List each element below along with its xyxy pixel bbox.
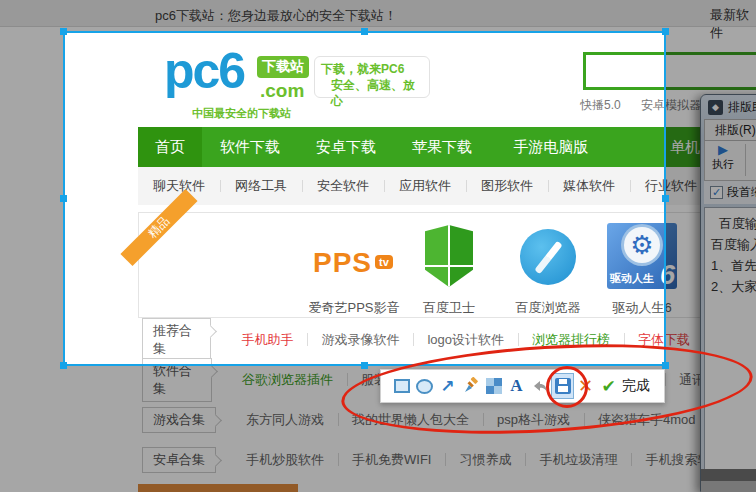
tag-link[interactable]: psp格斗游戏 <box>483 411 584 429</box>
arrow-tool-button[interactable]: ↗ <box>436 373 459 399</box>
window-bottom-strip <box>701 469 756 481</box>
text-line: 2、大家可 <box>711 276 756 297</box>
save-icon <box>555 378 571 394</box>
tag-link[interactable]: 我的世界懒人包大全 <box>338 411 483 429</box>
tag-link[interactable]: 手机炒股软件 <box>232 451 338 469</box>
window-toolbar: ▶ 执行 ▢ 新建 <box>704 141 756 181</box>
undo-button[interactable] <box>528 373 551 399</box>
cancel-x-icon: ✕ <box>578 375 593 397</box>
topbar-link-latest-software[interactable]: 最新软件 <box>710 6 756 42</box>
text-icon: A <box>510 376 522 396</box>
new-button[interactable]: ▢ 新建 <box>750 141 756 180</box>
window-title: 排版助手 <box>728 99 756 116</box>
rectangle-tool-button[interactable] <box>390 373 413 399</box>
ellipse-icon <box>416 379 433 394</box>
selection-handle-e[interactable] <box>662 195 669 202</box>
ellipse-tool-button[interactable] <box>413 373 436 399</box>
rectangle-icon <box>394 379 410 393</box>
text-line: 百度输入 <box>711 234 756 255</box>
new-doc-icon: ▢ <box>750 143 756 157</box>
selection-handle-s[interactable] <box>361 362 368 369</box>
selection-handle-nw[interactable] <box>60 28 67 35</box>
selection-handle-sw[interactable] <box>60 362 67 369</box>
text-tool-button[interactable]: A <box>505 373 528 399</box>
selection-handle-se[interactable] <box>662 362 669 369</box>
menu-item-typeset[interactable]: 排版(R) <box>705 120 756 140</box>
checkbox-label: 段首缩进 <box>727 184 756 201</box>
window-title-bar[interactable]: ◆ 排版助手 <box>701 95 756 119</box>
mosaic-icon <box>486 378 502 394</box>
indent-option-row: ✓ 段首缩进 <box>704 181 756 204</box>
tag-link[interactable]: 侠盗猎车手4mod <box>584 411 710 429</box>
typesetting-assistant-window: ◆ 排版助手 排版(R) ▶ 执行 ▢ 新建 ✓ 段首缩进 百度输入 百度输入 … <box>700 94 756 492</box>
capture-selection-region[interactable] <box>63 31 666 366</box>
undo-icon <box>531 379 548 394</box>
text-content-area[interactable]: 百度输入 百度输入 1、首先 2、大家可 <box>704 207 756 492</box>
brush-tool-button[interactable] <box>459 373 482 399</box>
toolbar-separator <box>745 144 746 176</box>
window-status-bar <box>701 481 756 492</box>
browser-title: pc6下载站：您身边最放心的安全下载站！ <box>155 7 397 25</box>
collection-row-android: 安卓合集 手机炒股软件 手机免费WIFI 习惯养成 手机垃圾清理 手机搜索软件 <box>138 442 756 478</box>
arrow-icon: ↗ <box>440 376 454 397</box>
mosaic-tool-button[interactable] <box>482 373 505 399</box>
tag-link[interactable]: 手机垃圾清理 <box>525 451 631 469</box>
tag-link[interactable]: 东方同人游戏 <box>232 411 338 429</box>
selection-handle-n[interactable] <box>361 28 368 35</box>
screenshot-annotation-toolbar: ↗ A ✕ ✔ 完成 <box>380 369 665 403</box>
confirm-button[interactable]: ✔ <box>597 373 620 399</box>
tag-link[interactable]: 手机免费WIFI <box>338 451 445 469</box>
selection-handle-w[interactable] <box>60 195 67 202</box>
tag-link[interactable]: 习惯养成 <box>445 451 525 469</box>
brush-icon <box>462 377 480 395</box>
confirm-label[interactable]: 完成 <box>622 377 650 395</box>
cancel-button[interactable]: ✕ <box>574 373 597 399</box>
text-line: 百度输入 <box>711 213 756 234</box>
play-icon: ▶ <box>705 143 741 157</box>
collection-row-games: 游戏合集 东方同人游戏 我的世界懒人包大全 psp格斗游戏 侠盗猎车手4mod … <box>138 402 756 438</box>
selection-handle-ne[interactable] <box>662 28 669 35</box>
run-button[interactable]: ▶ 执行 <box>705 141 741 180</box>
checkmark-icon: ✔ <box>601 376 615 397</box>
collection-label[interactable]: 游戏合集 <box>142 407 216 433</box>
tag-link[interactable]: 谷歌浏览器插件 <box>228 371 347 389</box>
window-menu-bar: 排版(R) <box>704 119 756 141</box>
window-diamond-icon: ◆ <box>708 100 723 115</box>
screen: pc6下载站：您身边最放心的安全下载站！ 最新软件 pc6 下载站 .com 中… <box>0 0 756 492</box>
browser-top-bar: pc6下载站：您身边最放心的安全下载站！ 最新软件 <box>0 0 756 27</box>
ad-banner-edge <box>138 484 298 492</box>
text-line: 1、首先 <box>711 255 756 276</box>
save-button[interactable] <box>551 373 574 399</box>
collection-label[interactable]: 安卓合集 <box>142 447 216 473</box>
checkbox-checked-icon[interactable]: ✓ <box>710 186 723 199</box>
